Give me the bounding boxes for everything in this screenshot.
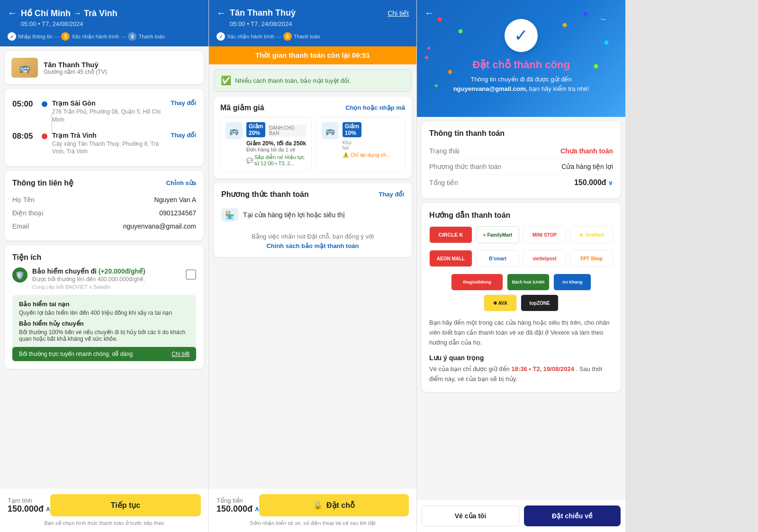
change-departure-btn[interactable]: Thay đổi bbox=[171, 99, 196, 106]
insurance-footer: Bồi thường trực tuyến nhanh chóng, dễ dà… bbox=[12, 347, 196, 361]
discount-section: Mã giảm giá Chọn hoặc nhập mã 🚌 Giảm20% … bbox=[214, 97, 412, 178]
insurance-providers: Cung cấp bởi BAOVIET x Saladin bbox=[32, 284, 181, 290]
dat-chieu-ve-button[interactable]: Đặt chiều về bbox=[524, 505, 621, 526]
insurance-title: Bảo hiểm chuyến đi (+20.000đ/ghế) bbox=[32, 267, 181, 275]
important-note-text: Vé của bạn chỉ được giữ đến 18:36 • T2, … bbox=[429, 364, 613, 384]
panel1-steps: ✓ Nhập thông tin — 5 Xác nhận hành trình… bbox=[8, 32, 201, 41]
step-1-circle: ✓ bbox=[8, 32, 16, 41]
name-row: Họ Tên Nguyen Van A bbox=[12, 193, 196, 206]
insurance-accident-title: Bảo hiểm tai nạn bbox=[19, 301, 190, 308]
panel1-header: ← Hồ Chí Minh → Trà Vinh 05:00 • T7, 24/… bbox=[0, 0, 208, 46]
guide-section: Hướng dẫn thanh toán CIRCLE K ≡ FamilyMa… bbox=[422, 203, 621, 392]
insurance-cancel-desc: Bồi thường 100% tiền vé nếu chuyến đi bị… bbox=[19, 329, 190, 342]
panel1-subtitle: 05:00 • T7, 24/08/2024 bbox=[21, 20, 201, 27]
dat-cho-lock-icon: 🔒 bbox=[313, 501, 323, 510]
tam-tinh-label: Tạm tính bbox=[8, 497, 50, 504]
step-3-circle: 6 bbox=[128, 32, 136, 41]
store-familymart: ≡ FamilyMart bbox=[476, 226, 519, 243]
step-3-label: Thanh toán bbox=[138, 34, 165, 39]
price-chevron-1[interactable]: ∧ bbox=[45, 505, 50, 513]
total-row: Tổng tiền 150.000đ ∨ bbox=[429, 175, 613, 191]
route-card: 05:00 Trạm Sài Gòn 276 Trần Phú, Phường … bbox=[5, 89, 204, 166]
discount-title: Mã giảm giá bbox=[220, 103, 264, 112]
insurance-chi-tiet-link[interactable]: Chi tiết bbox=[171, 351, 190, 357]
name-label: Họ Tên bbox=[12, 196, 35, 204]
panel1-bottom-note: Bạn sẽ chọn hình thức thanh toán ở bước … bbox=[8, 520, 201, 526]
discount-info-sub-1: Đơn hàng tối đa 1 vé bbox=[246, 147, 307, 153]
email-row: Email nguyenvana@gmail.com bbox=[12, 220, 196, 233]
discount-card-2[interactable]: 🚌 Giảm10% Khứhồi ⚠️ Chỉ áp dụng ch... bbox=[316, 117, 405, 172]
contact-section: Thông tin liên hệ Chỉnh sửa Họ Tên Nguye… bbox=[5, 171, 204, 240]
discount-soon-1: 💬 Sắp diễn ra! Hiệu lực từ 12:00 • T3, 2… bbox=[246, 154, 307, 167]
tien-ich-title: Tiện ích bbox=[12, 253, 196, 262]
important-note-title: Lưu ý quan trọng bbox=[429, 354, 613, 362]
security-text: Nhiều cách thanh toán, bảo mật tuyệt đối… bbox=[235, 77, 351, 84]
discount-info-title-1: Giảm 20%, tối đa 250k bbox=[246, 140, 307, 147]
back-button-3[interactable]: ← bbox=[424, 8, 434, 18]
contact-title: Thông tin liên hệ bbox=[12, 178, 73, 187]
discount-icon-1: 🚌 bbox=[226, 122, 243, 139]
success-title: Đặt chỗ thành công bbox=[426, 59, 616, 71]
back-button-1[interactable]: ← bbox=[8, 8, 17, 18]
payment-method-icon: 🏪 bbox=[221, 208, 238, 222]
discount-action-btn[interactable]: Chọn hoặc nhập mã bbox=[345, 104, 405, 111]
panel-1: ← Hồ Chí Minh → Trà Vinh 05:00 • T7, 24/… bbox=[0, 0, 208, 532]
method-value: Cửa hàng tiện lợi bbox=[561, 163, 613, 170]
panel2-title: Tân Thanh Thuỳ bbox=[230, 8, 296, 18]
store-topzone: topZONE bbox=[521, 294, 559, 311]
step-1-label: Nhập thông tin bbox=[18, 34, 52, 40]
payment-change-btn[interactable]: Thay đổi bbox=[379, 191, 404, 198]
insurance-accident-desc: Quyền lợi bảo hiểm lên đến 400 triệu đồn… bbox=[19, 310, 190, 316]
step-divider-2: — bbox=[121, 34, 126, 39]
insurance-checkbox[interactable] bbox=[186, 269, 196, 280]
payment-policy-link[interactable]: Chính sách bảo mật thanh toán bbox=[266, 242, 359, 249]
store-vinmart: ★ VinMart bbox=[570, 226, 613, 243]
deadline-highlight: 18:36 • T2, 19/08/2024 bbox=[511, 365, 574, 372]
email-label: Email bbox=[12, 222, 29, 230]
bus-card: 🚌 Tân Thanh Thuỳ Giường nằm 45 chỗ (TV) bbox=[5, 51, 204, 84]
success-header: ~ ✦ ✦ ← ✓ Đặt chỗ thành công Thông tin c… bbox=[417, 0, 625, 117]
chi-tiet-link-2[interactable]: Chi tiết bbox=[388, 9, 409, 17]
method-label: Phương thức thanh toán bbox=[429, 163, 501, 170]
total-chevron[interactable]: ∨ bbox=[608, 179, 613, 186]
ve-cua-toi-button[interactable]: Vé của tôi bbox=[422, 505, 519, 526]
panel2-step-1-circle: ✓ bbox=[217, 32, 225, 41]
arrival-row: 08:05 Trạm Trà Vinh Cây xăng Tân Thanh T… bbox=[12, 128, 196, 160]
insurance-desc: Được bồi thường lên đến 400.000.000đ/ghế… bbox=[32, 276, 181, 283]
store-ankang: An Khang bbox=[553, 274, 591, 291]
dat-cho-button[interactable]: 🔒 Đặt chỗ bbox=[259, 494, 409, 516]
phone-label: Điện thoại bbox=[12, 209, 43, 217]
panel2-bottom-bar: Tổng tiền 150.000đ ∧ 🔒 Đặt chỗ Sớm nhận … bbox=[209, 488, 416, 532]
panel1-title: Hồ Chí Minh → Trà Vinh bbox=[21, 8, 117, 18]
bottom-actions: Vé của tôi Đặt chiều về bbox=[417, 499, 625, 532]
panel1-price: 150.000đ ∧ bbox=[8, 504, 50, 514]
panel-3: ~ ✦ ✦ ← ✓ Đặt chỗ thành công Thông tin c… bbox=[417, 0, 625, 532]
store-thegioidido: thegioididong bbox=[451, 274, 503, 291]
insurance-row: 🛡️ Bảo hiểm chuyến đi (+20.000đ/ghế) Đượ… bbox=[12, 267, 196, 290]
method-row: Phương thức thanh toán Cửa hàng tiện lợi bbox=[429, 159, 613, 175]
store-logos-grid-2: AEON MALL B'smart viettelpost FPT Shop bbox=[429, 250, 613, 267]
arrival-time: 08:05 bbox=[12, 132, 37, 141]
step-divider-1: — bbox=[54, 34, 59, 39]
payment-agree-text: Bằng việc nhấn nút Đặt chỗ, bạn đồng ý v… bbox=[221, 232, 404, 250]
back-button-2[interactable]: ← bbox=[217, 8, 226, 18]
panel-2: ← Tân Thanh Thuỳ Chi tiết 05:00 • T7, 24… bbox=[208, 0, 417, 532]
panel2-step-2-label: Thanh toán bbox=[294, 34, 320, 39]
tiep-tuc-button[interactable]: Tiếp tục bbox=[50, 494, 201, 516]
panel1-bottom-bar: Tạm tính 150.000đ ∧ Tiếp tục Bạn sẽ chọn… bbox=[0, 488, 208, 532]
timer-bar: Thời gian thanh toán còn lại 09:51 bbox=[209, 46, 416, 64]
security-notice: ✅ Nhiều cách thanh toán, bảo mật tuyệt đ… bbox=[214, 69, 412, 92]
price-chevron-2[interactable]: ∧ bbox=[254, 505, 259, 513]
phone-row: Điện thoại 0901234567 bbox=[12, 206, 196, 220]
panel2-bottom-note: Sớm nhận biển số xe, số điện thoại tài x… bbox=[217, 520, 409, 526]
checkmark-icon: ✓ bbox=[514, 26, 528, 45]
departure-station: Trạm Sài Gòn bbox=[52, 99, 166, 107]
payment-method-text: Tại cửa hàng tiện lợi hoặc siêu thị bbox=[243, 211, 345, 219]
panel2-step-divider: — bbox=[276, 34, 281, 39]
discount-card-1[interactable]: 🚌 Giảm20% DÀNH CHO BẠN Giảm 20%, tối đa … bbox=[220, 117, 312, 172]
bus-name: Tân Thanh Thuỳ bbox=[44, 61, 107, 69]
edit-contact-btn[interactable]: Chỉnh sửa bbox=[166, 179, 196, 186]
panel2-step-2-circle: 6 bbox=[283, 32, 292, 41]
change-arrival-btn[interactable]: Thay đổi bbox=[171, 132, 196, 139]
spacer bbox=[625, 0, 758, 532]
